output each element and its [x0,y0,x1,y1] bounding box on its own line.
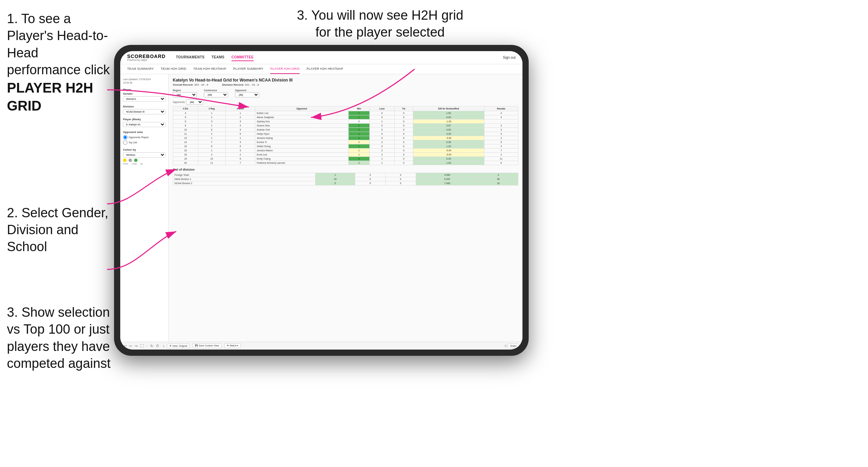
td-reg: 7 [198,140,225,144]
opponents-select[interactable]: (All) [186,99,203,105]
division-select[interactable]: NCAA Division III [123,109,166,114]
th-div: # Div [173,106,198,111]
h2h-table: # Div # Reg # Conf Opponent Win Loss Tie… [173,106,518,165]
td-ood-loss: 0 [355,181,385,185]
th-rounds: Rounds [484,106,518,111]
td-tie: 0 [394,140,413,144]
watch-btn[interactable]: 👁 Watch ▾ [224,343,241,348]
sub-nav-team-heatmap[interactable]: TEAM H2H HEATMAP [193,64,226,74]
step2-block: 2. Select Gender, Division and School [7,204,111,256]
sub-nav-team-summary[interactable]: TEAM SUMMARY [127,64,154,74]
region-filter: Region (All) [173,89,197,97]
td-rounds: 2 [484,136,518,140]
player-rank-select[interactable]: 8. Katelyn Vo [123,122,166,127]
th-reg: # Reg [198,106,225,111]
td-rounds: 4 [484,111,518,115]
nav-teams[interactable]: TEAMS [211,54,225,61]
layout-icon[interactable]: ⛶ [140,344,144,348]
td-conf: 2 [225,115,255,120]
nav-tournaments[interactable]: TOURNAMENTS [176,54,205,61]
player-rank-section: Player (Rank) 8. Katelyn Vo [123,118,166,127]
timer-icon[interactable]: ↻ [150,344,153,348]
td-opponent: Eunice Yi [255,140,349,144]
record-line: Overall Record: 353 - 34 - 6 Division Re… [173,83,518,86]
td-win: 1 [348,132,370,136]
data-area: Katelyn Vo Head-to-Head Grid for Women's… [169,74,522,342]
th-loss: Loss [370,106,395,111]
td-div: 11 [173,132,198,136]
radio-top100[interactable]: Top 100 [123,140,166,145]
colour-section: Colour by Win/loss Down Level Up [123,148,166,165]
share-btn[interactable]: Share [508,344,519,348]
td-loss: 1 [370,161,395,165]
logo-area: SCOREBOARD Powered by clippd [127,54,166,61]
gender-select[interactable]: Women's [123,96,166,102]
td-win: 1 [348,149,370,153]
td-conf: 4 [225,124,255,128]
td-rounds: 2 [484,153,518,157]
back-icon[interactable]: ⇦ [129,344,132,348]
colour-by-select[interactable]: Win/loss [123,152,166,158]
td-conf: 3 [225,128,255,132]
undo-icon[interactable]: ↩ [124,344,126,348]
conference-label: Conference [204,89,228,92]
td-loss: 0 [370,111,395,115]
conference-select[interactable]: (All) [204,92,228,97]
logo-sub: Powered by clippd [127,59,166,61]
td-win: 2 [348,140,370,144]
td-loss: 0 [370,144,395,149]
td-ood-diff: 9.267 [416,177,479,181]
opponent-filter: Opponent (All) [235,89,259,97]
td-ood-win: 1 [315,173,355,177]
sub-nav-team-h2h[interactable]: TEAM H2H GRID [161,64,186,74]
td-tie: 0 [394,132,413,136]
td-diff: 3.67 [413,124,484,128]
opponent-select[interactable]: (All) [235,92,259,97]
td-ood-diff: 4.500 [416,173,479,177]
td-tie: 0 [394,153,413,157]
td-reg: 2 [198,132,225,136]
redo-icon[interactable]: ↪ [135,344,138,348]
td-rounds: 4 [484,128,518,132]
refresh-icon[interactable]: · [147,344,148,348]
td-opponent: Stella Cheng [255,144,349,149]
nav-committee[interactable]: COMMITTEE [232,54,254,61]
td-rounds: 3 [484,115,518,120]
td-diff: -1.00 [413,120,484,124]
colour-by-label: Colour by [123,148,166,151]
sub-nav-player-heatmap[interactable]: PLAYER H2H HEATMAP [306,64,343,74]
step1-block: 1. To see a Player's Head-to-Head perfor… [7,10,111,115]
step1-bold: PLAYER H2H GRID [7,80,93,113]
opponents-row: Opponents: (All) [173,99,518,105]
clock-icon[interactable]: ⏱ [156,344,159,348]
td-conf: 6 [225,157,255,161]
td-ood-win: 5 [315,181,355,185]
td-diff: -0.94 [413,149,484,153]
td-conf: 3 [225,120,255,124]
td-loss: 0 [370,132,395,136]
dot-gray [129,159,132,162]
save-custom-view-btn[interactable]: 💾 Save Custom View [192,343,221,348]
sign-out-link[interactable]: Sign out [503,56,516,59]
td-ood-tie: 0 [385,181,416,185]
view-original-btn[interactable]: 👁 View: Original [167,344,190,348]
sub-nav: TEAM SUMMARY TEAM H2H GRID TEAM H2H HEAT… [120,64,522,74]
dot-green [134,159,138,162]
radio-opponents[interactable]: Opponents Played [123,135,166,140]
td-ood-tie: 0 [385,177,416,181]
td-diff: 0.30 [413,157,484,161]
division-section: Division NCAA Division III [123,105,166,114]
tablet-screen: SCOREBOARD Powered by clippd TOURNAMENTS… [120,51,522,350]
sub-nav-player-h2h[interactable]: PLAYER H2H GRID [270,64,300,74]
td-ood-win: 15 [315,177,355,181]
step3a-text: 3. Show selection vs Top 100 or just pla… [7,305,111,371]
td-div: 19 [173,157,198,161]
ood-section-title: Out of division [173,168,518,171]
td-tie: 0 [394,144,413,149]
td-tie: 0 [394,124,413,128]
sub-nav-player-summary[interactable]: PLAYER SUMMARY [233,64,263,74]
td-div: 14 [173,140,198,144]
td-div: 3 [173,111,198,115]
td-tie: 0 [394,157,413,161]
region-select[interactable]: (All) [173,92,197,97]
